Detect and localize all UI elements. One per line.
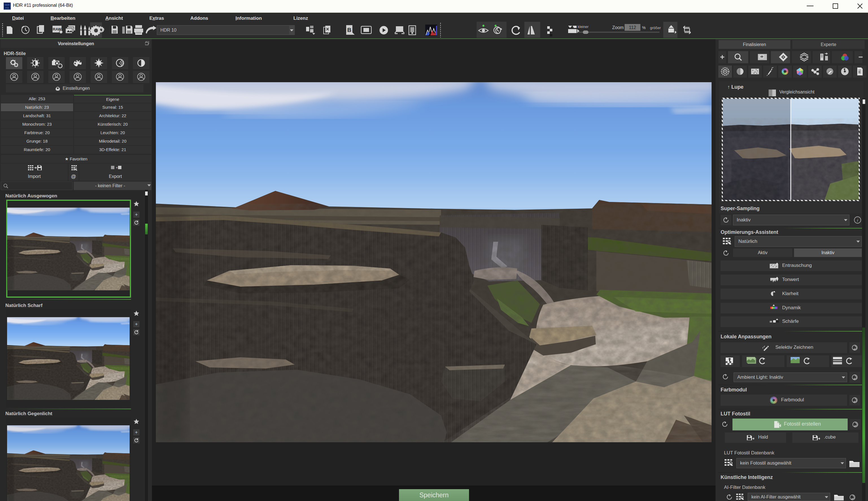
svg-text:HDR: HDR (5, 4, 10, 6)
svg-text:B: B (347, 27, 351, 33)
svg-text:i: i (857, 218, 858, 223)
svg-text:112: 112 (629, 25, 636, 30)
svg-text:#11: #11 (6, 7, 9, 9)
svg-text:kleiner: kleiner (578, 24, 589, 29)
svg-text:+: + (116, 166, 118, 170)
svg-text:Zoom: Zoom (612, 25, 624, 30)
svg-text:größer: größer (650, 26, 661, 30)
svg-text:%: % (642, 25, 645, 30)
svg-text:HDR 10: HDR 10 (160, 28, 176, 32)
